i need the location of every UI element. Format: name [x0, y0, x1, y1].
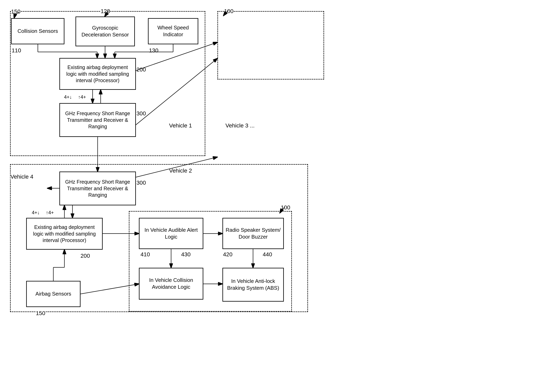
- ref-100-top: 100: [224, 8, 233, 15]
- ref-430: 430: [181, 251, 191, 258]
- collision-avoidance-box: In Vehicle Collision Avoidance Logic: [139, 268, 203, 299]
- ghz-bottom-box: GHz Frequency Short Range Transmitter an…: [59, 172, 136, 205]
- ref-300-bottom: 300: [137, 180, 146, 186]
- ref-4plus-top-left: 4+↓: [64, 94, 72, 100]
- ref-130: 130: [149, 47, 158, 54]
- ghz-top-box: GHz Frequency Short Range Transmitter an…: [59, 103, 136, 137]
- collision-sensors-box: Collision Sensors: [11, 18, 65, 44]
- ref-4plus-bot-left: 4+↓: [32, 210, 40, 215]
- vehicle1-label: Vehicle 1: [169, 122, 192, 129]
- ref-200-bottom: 200: [81, 253, 90, 259]
- gyroscopic-sensor-box: Gyroscopic Deceleration Sensor: [75, 17, 135, 46]
- ref-120: 120: [101, 8, 110, 15]
- vehicle3-label: Vehicle 3 ...: [225, 122, 255, 129]
- ref-150-bottom: 150: [36, 310, 45, 317]
- anti-lock-braking-box: In Vehicle Anti-lock Braking System (ABS…: [223, 268, 284, 302]
- patent-diagram: Collision Sensors Gyroscopic Deceleratio…: [0, 0, 559, 392]
- ref-4plus-bot-right: ↑4+: [46, 210, 54, 215]
- ref-4plus-top-right: ↑4+: [78, 94, 86, 100]
- airbag-sensors-box: Airbag Sensors: [26, 281, 81, 307]
- ref-150-top: 150: [11, 9, 20, 15]
- vehicle4-label: Vehicle 4: [10, 174, 33, 180]
- radio-speaker-box: Radio Speaker System/ Door Buzzer: [223, 218, 284, 249]
- airbag-deploy-bottom-box: Existing airbag deployment logic with mo…: [26, 218, 103, 250]
- ref-200-top: 200: [137, 66, 146, 73]
- wheel-speed-box: Wheel Speed Indicator: [148, 18, 198, 44]
- ref-440: 440: [263, 251, 272, 258]
- in-vehicle-alert-box: In Vehicle Audible Alert Logic: [139, 218, 203, 249]
- ref-100-bottom: 100: [281, 204, 290, 211]
- ref-110: 110: [12, 47, 21, 54]
- airbag-deploy-top-box: Existing airbag deployment logic with mo…: [59, 58, 136, 90]
- vehicle2-label: Vehicle 2: [169, 168, 192, 174]
- ref-300-top: 300: [137, 110, 146, 117]
- ref-410: 410: [140, 251, 150, 258]
- vehicle3-box: [217, 11, 324, 80]
- ref-420: 420: [223, 251, 233, 258]
